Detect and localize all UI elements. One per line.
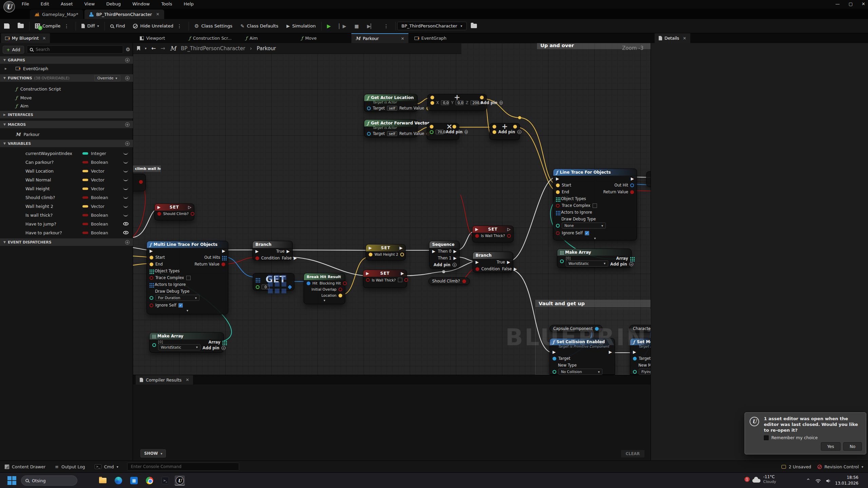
eye-closed-icon[interactable]	[123, 178, 128, 181]
exec-in-pin[interactable]: ▶	[432, 249, 435, 253]
tab-aim[interactable]: ƒ Aim	[242, 33, 262, 43]
target-value[interactable]: self	[387, 106, 398, 111]
node-sequence[interactable]: Sequence ▶ Then 0▶ Then 1▶ Add pin+	[429, 241, 460, 269]
input-pin[interactable]	[430, 125, 433, 129]
hide-unrelated-options-icon[interactable]: ⋮	[176, 23, 183, 29]
debug-object-dropdown[interactable]: BP_ThirdPersonCharacter ▾	[397, 22, 467, 30]
out-hit-pin[interactable]	[630, 183, 634, 187]
chevron-down-icon[interactable]: ▾	[145, 46, 147, 50]
exec-out-pin[interactable]: ▶	[631, 177, 634, 181]
functions-section-header[interactable]: ▼ FUNCTIONS (38 OVERRIDABLE) Override ▾ …	[0, 74, 133, 82]
node-multiply[interactable]: × 70,0 Add pin+	[427, 123, 459, 140]
node-set-collision-enabled[interactable]: ƒSet Collision Enabled Target is Primiti…	[549, 338, 615, 375]
unsaved-indicator[interactable]: 2 Unsaved	[782, 464, 811, 469]
yes-button[interactable]: Yes	[821, 442, 841, 451]
draw-debug-dropdown[interactable]: For Duration▾	[155, 295, 199, 301]
comment-vault-and-get-up[interactable]: Vault and get up	[535, 300, 651, 307]
node-set-is-wall-thick-a[interactable]: ▶ SET ▶ Is Wall Thick?	[363, 270, 407, 288]
element-0-pin[interactable]	[152, 343, 156, 347]
weather-widget[interactable]: 1 -11°C Cloudy	[745, 474, 776, 484]
menu-debug[interactable]: Debug	[106, 1, 121, 6]
macros-section-header[interactable]: ▼ MACROS +	[0, 121, 133, 128]
actors-to-ignore-pin[interactable]	[556, 211, 557, 212]
output-pin[interactable]	[480, 96, 484, 99]
start-pin[interactable]	[150, 256, 153, 259]
sidebar-item-construction-script[interactable]: ƒ Construction Script	[0, 85, 133, 93]
value-out-pin[interactable]	[400, 253, 404, 256]
output-log-button[interactable]: ≡ Output Log	[50, 461, 90, 472]
node-set-wall-height-2[interactable]: ▶ SET ▶ Wall Height 2	[366, 244, 406, 260]
compile-button[interactable]: ✓ Compile ⋮	[31, 19, 74, 33]
node-branch-2[interactable]: Branch ▶ True▶ Condition False▶	[472, 252, 513, 273]
sidebar-item-eventgraph[interactable]: ▶ EventGraph	[0, 64, 133, 73]
add-graph-icon[interactable]: +	[125, 58, 130, 62]
tab-viewport[interactable]: Viewport	[136, 33, 169, 43]
save-button[interactable]	[0, 19, 14, 33]
ignore-self-pin[interactable]	[150, 304, 153, 307]
add-pin-icon[interactable]: +	[452, 263, 457, 267]
menu-view[interactable]: View	[84, 1, 95, 6]
input-pin[interactable]	[430, 96, 434, 99]
add-pin-icon[interactable]: +	[629, 262, 633, 266]
ignore-self-pin[interactable]	[556, 231, 560, 235]
eye-closed-icon[interactable]	[123, 152, 128, 155]
bool-out-pin[interactable]	[507, 234, 511, 238]
bool-in-pin[interactable]	[475, 234, 479, 238]
add-variable-icon[interactable]: +	[125, 141, 130, 146]
sidebar-item-aim[interactable]: ƒ Aim	[0, 102, 133, 110]
play-options-button[interactable]: ⋮	[379, 19, 394, 33]
close-tab-icon[interactable]: ✕	[156, 12, 159, 17]
sidebar-item-move[interactable]: ƒ Move	[0, 94, 133, 102]
output-pin[interactable]	[452, 125, 456, 129]
node-break-hit-result[interactable]: Break Hit Result Hit Blocking Hit Initia…	[304, 273, 345, 304]
exec-out-pin[interactable]: ▶	[609, 350, 612, 354]
exec-in-pin[interactable]: ▶	[633, 350, 636, 354]
false-pin[interactable]: ▶	[514, 267, 517, 271]
array-out-pin[interactable]	[223, 341, 224, 342]
override-dropdown[interactable]: Override ▾	[94, 75, 120, 81]
node-multi-line-trace-for-objects[interactable]: ƒMulti Line Trace For Objects ▶ ▶ Start …	[147, 241, 228, 314]
menu-window[interactable]: Window	[132, 1, 150, 6]
object-types-pin[interactable]	[150, 270, 151, 271]
out-hits-pin[interactable]	[222, 256, 223, 257]
variable-row[interactable]: Wall height 2 Vector	[0, 202, 133, 211]
menu-tools[interactable]: Tools	[161, 1, 172, 6]
condition-pin[interactable]	[476, 267, 479, 271]
node-fragment[interactable]	[133, 174, 146, 191]
array-in-pin[interactable]	[256, 278, 257, 279]
search-input[interactable]	[35, 47, 120, 52]
content-drawer-button[interactable]: Content Drawer	[0, 461, 50, 472]
tab-eventgraph[interactable]: EventGraph	[410, 33, 450, 43]
target-value[interactable]: self	[387, 131, 398, 136]
node-get-capsule-component[interactable]: Capsule Component	[549, 325, 602, 332]
true-pin[interactable]: ▶	[287, 249, 290, 253]
eye-closed-icon[interactable]	[123, 196, 128, 199]
taskbar-explorer[interactable]	[98, 475, 108, 486]
target-pin[interactable]	[553, 357, 556, 360]
target-pin[interactable]	[633, 357, 637, 360]
close-icon[interactable]: ✕	[186, 377, 189, 382]
node-branch-1[interactable]: Branch ▶ True▶ Condition False▶	[252, 241, 293, 260]
no-button[interactable]: No	[843, 442, 862, 451]
exec-in-pin[interactable]: ▶	[150, 249, 153, 253]
play-button[interactable]: ▶	[323, 19, 335, 33]
bool-in-pin[interactable]	[157, 212, 161, 216]
collapse-icon[interactable]: ▾	[553, 236, 637, 241]
add-dispatcher-icon[interactable]: +	[125, 240, 130, 245]
hide-unrelated-button[interactable]: Hide Unrelated ⋮	[129, 19, 187, 33]
ignore-self-checkbox[interactable]: ✓	[178, 303, 183, 308]
array-out-pin[interactable]	[630, 257, 631, 258]
bool-in-pin[interactable]	[366, 278, 370, 282]
exec-in-pin[interactable]: ▶	[255, 249, 258, 253]
hit-pin[interactable]	[307, 281, 310, 285]
new-mode-dropdown[interactable]: Flying	[639, 369, 651, 375]
taskbar-store[interactable]: ▦	[129, 475, 139, 486]
diff-button[interactable]: Diff ▾	[77, 19, 103, 33]
element-type-dropdown[interactable]: WorldStatic▾	[566, 260, 608, 267]
browse-debug-button[interactable]	[467, 19, 481, 33]
node-set-movement-mode[interactable]: ƒSet Move Target is C ▶ Target New Move …	[630, 338, 651, 375]
trace-complex-pin[interactable]	[150, 276, 153, 280]
actors-to-ignore-pin[interactable]	[150, 283, 151, 284]
condition-pin[interactable]	[255, 256, 259, 260]
value-in-pin[interactable]	[369, 253, 372, 256]
